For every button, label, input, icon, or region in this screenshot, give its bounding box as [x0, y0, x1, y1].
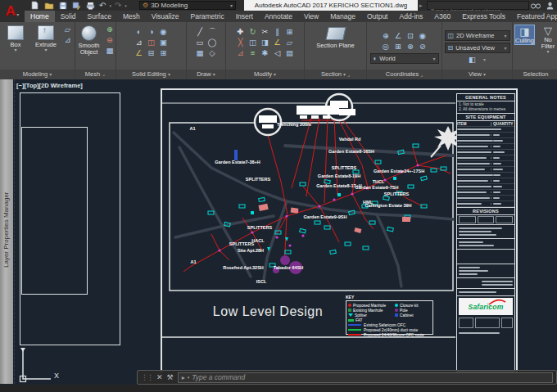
command-grip-icon[interactable]: ⋮⋮: [141, 373, 152, 381]
search-expand-icon[interactable]: ▸: [419, 2, 423, 9]
sign-in-icon[interactable]: [545, 1, 555, 10]
rotate-icon[interactable]: ↻: [247, 27, 258, 37]
no-filter-button[interactable]: ▽ No Filter ▾: [537, 25, 557, 54]
tab-add-ins[interactable]: Add-ins: [393, 11, 428, 22]
ucs-x-icon[interactable]: ⊗: [405, 42, 416, 52]
ucs-world-select[interactable]: ◐ World ▾: [370, 53, 439, 64]
drawing-sheet[interactable]: Trenching 300mVahdal RdGarden Estate8-16…: [161, 88, 518, 372]
ucs-world-icon[interactable]: ⊕: [381, 31, 392, 41]
imprint-icon[interactable]: ▣: [158, 38, 169, 47]
section-plane-button[interactable]: Section Plane: [316, 25, 355, 49]
tab-parametric[interactable]: Parametric: [185, 11, 230, 22]
redo-caret-icon[interactable]: ▾: [125, 3, 127, 8]
ucs-icon[interactable]: ∠: [393, 31, 404, 41]
tab-solid[interactable]: Solid: [55, 11, 82, 22]
ucs-object-icon[interactable]: ◎: [381, 42, 392, 52]
join-icon[interactable]: ≡: [247, 48, 258, 58]
panel-title-selection[interactable]: Selection: [513, 70, 557, 79]
mesh-refine-icon[interactable]: ⊕: [105, 25, 115, 34]
extrude-button[interactable]: ↑ Extrude ▾: [32, 25, 60, 52]
panel-title-coordinates[interactable]: Coordinates ⌟: [367, 70, 442, 79]
tab-home[interactable]: Home: [25, 11, 55, 22]
panel-title-modify[interactable]: Modify ▾: [226, 70, 304, 79]
rectangle-icon[interactable]: ▭: [195, 38, 206, 47]
open-file-icon[interactable]: [43, 1, 54, 10]
panel-title-draw[interactable]: Draw ▾: [187, 70, 225, 79]
fillet-icon[interactable]: ∠: [272, 38, 283, 47]
trim-icon[interactable]: ✂: [260, 27, 270, 37]
tab-express-tools[interactable]: Express Tools: [456, 11, 511, 22]
undo-caret-icon[interactable]: ▾: [109, 3, 111, 8]
panel-title-modeling[interactable]: Modeling ▾: [0, 70, 75, 79]
command-input[interactable]: ▸ ▾ Type a command: [178, 372, 553, 383]
mesh-remove-face-icon[interactable]: ⊖: [105, 35, 115, 45]
redo-icon[interactable]: ↷: [115, 1, 121, 10]
hatch-icon[interactable]: ▦: [195, 48, 206, 58]
tab-insert[interactable]: Insert: [230, 11, 259, 22]
tab-manage[interactable]: Manage: [324, 11, 361, 22]
mirror-icon[interactable]: ◨: [260, 38, 270, 47]
panel-title-mesh[interactable]: Mesh ⌄: [75, 70, 115, 79]
save-as-icon[interactable]: [71, 1, 82, 10]
presspull-icon[interactable]: ⊿: [62, 35, 73, 45]
separate-icon[interactable]: ⊟: [146, 48, 156, 58]
scale-icon[interactable]: ⊿: [235, 48, 246, 58]
shell-icon[interactable]: ⊞: [158, 48, 169, 58]
application-menu-button[interactable]: A ▾: [0, 0, 25, 22]
interfere-icon[interactable]: ◫: [146, 38, 156, 47]
tab-view[interactable]: View: [298, 11, 324, 22]
command-recent-caret-icon[interactable]: ▾: [188, 375, 190, 380]
polygon-icon[interactable]: ◇: [207, 48, 218, 58]
ucs-view-icon[interactable]: ⊞: [393, 42, 404, 52]
union-icon[interactable]: ◐: [134, 27, 144, 37]
viewport-config-icon[interactable]: ◧: [467, 55, 478, 65]
mesh-crease-icon[interactable]: ▦: [105, 46, 115, 56]
line-icon[interactable]: ╱: [195, 27, 206, 37]
view-caret-icon[interactable]: ▾: [479, 55, 490, 65]
box-button[interactable]: Box ▾: [2, 25, 29, 52]
offset-icon[interactable]: ∥: [272, 27, 283, 37]
subtract-icon[interactable]: ◑: [146, 27, 156, 37]
erase-icon[interactable]: ╳: [235, 38, 246, 47]
ucs-origin-icon[interactable]: ⊡: [405, 31, 416, 41]
intersect-icon[interactable]: ◉: [158, 27, 169, 37]
chamfer-icon[interactable]: ◁: [272, 48, 283, 58]
plot-icon[interactable]: [85, 1, 96, 10]
explode-icon[interactable]: ✱: [260, 48, 270, 58]
panel-title-section[interactable]: Section ▾ ⌟: [305, 70, 366, 79]
align-icon[interactable]: ▤: [284, 48, 295, 58]
tab-a360[interactable]: A360: [428, 11, 456, 22]
panel-title-solid-editing[interactable]: Solid Editing ▾: [116, 70, 186, 79]
command-customize-icon[interactable]: ⚒: [167, 373, 174, 381]
circle-icon[interactable]: ◯: [207, 38, 218, 47]
tab-surface[interactable]: Surface: [82, 11, 117, 22]
new-file-icon[interactable]: [29, 1, 40, 10]
ucs-face-icon[interactable]: ◉: [418, 31, 428, 41]
panel-launcher-icon[interactable]: ⌟: [347, 72, 350, 77]
visual-style-select[interactable]: ◫ 2D Wireframe ▾: [445, 30, 510, 41]
tab-annotate[interactable]: Annotate: [259, 11, 298, 22]
viewport-controls-label[interactable]: [−][Top][2D Wireframe]: [16, 82, 83, 89]
panel-launcher-icon[interactable]: ⌟: [420, 72, 423, 77]
array-icon[interactable]: ⊞: [284, 27, 295, 37]
stretch-icon[interactable]: ▱: [284, 38, 295, 47]
polysolid-icon[interactable]: ▱: [62, 25, 73, 34]
save-icon[interactable]: [57, 1, 68, 10]
help-search-box[interactable]: [427, 1, 529, 10]
undo-icon[interactable]: ↶: [99, 1, 106, 10]
command-close-icon[interactable]: ✕: [156, 373, 163, 381]
move-icon[interactable]: ✚: [235, 27, 246, 37]
layer-properties-manager-palette[interactable]: Layer Properties Manager: [0, 79, 13, 384]
arc-icon[interactable]: ⌒: [207, 27, 218, 37]
tab-visualize[interactable]: Visualize: [146, 11, 185, 22]
named-view-select[interactable]: ⊟ Unsaved View ▾: [445, 43, 510, 53]
slice-icon[interactable]: ⊿: [134, 38, 144, 47]
fillet-edge-icon[interactable]: ∠: [134, 48, 144, 58]
culling-button[interactable]: ◨ Culling: [514, 25, 535, 45]
search-binoculars-icon[interactable]: [530, 1, 541, 10]
panel-title-view[interactable]: View ▾: [442, 70, 512, 79]
workspace-switcher[interactable]: ⚙ 3D Modeling ▾: [139, 1, 236, 10]
ucs-z-icon[interactable]: ⊘: [418, 42, 428, 52]
tab-mesh[interactable]: Mesh: [117, 11, 146, 22]
smooth-object-button[interactable]: Smooth Object: [76, 25, 102, 56]
